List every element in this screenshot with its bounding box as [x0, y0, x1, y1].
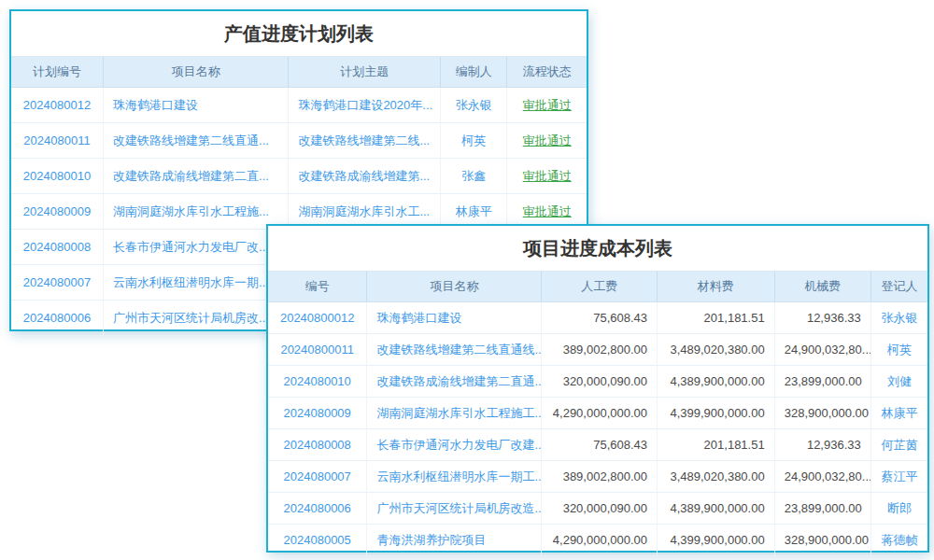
cost-table: 编号 项目名称 人工费 材料费 机械费 登记人 20240800012珠海鹤港口…	[268, 272, 927, 556]
cost-list-title: 项目进度成本列表	[268, 226, 927, 272]
table-row: 2024080008长春市伊通河水力发电厂改建...75,608.43201,1…	[268, 429, 927, 461]
col-header-flow-status: 流程状态	[507, 57, 587, 88]
plan-id-link[interactable]: 2024080006	[11, 301, 104, 336]
project-name-link[interactable]: 广州市天河区统计局机房改...	[104, 301, 289, 336]
table-row: 2024080006广州市天河区统计局机房改造...320,000,090.00…	[268, 493, 927, 525]
col-header-creator: 编制人	[441, 57, 507, 88]
material-cost-value: 3,489,020,380.00	[658, 461, 775, 493]
project-name-link[interactable]: 云南水利枢纽潜明水库一期工...	[367, 461, 542, 493]
project-name-link[interactable]: 广州市天河区统计局机房改造...	[367, 493, 542, 525]
registrant-link[interactable]: 断郎	[870, 493, 927, 525]
machinery-cost-value: 23,899,000.00	[774, 366, 870, 398]
machinery-cost-value: 328,900,000.00	[774, 525, 870, 556]
plan-subject-link[interactable]: 珠海鹤港口建设2020年...	[289, 88, 441, 123]
project-name-link[interactable]: 改建铁路线增建第二线直通线...	[367, 334, 542, 366]
cost-id-link[interactable]: 2024080009	[268, 398, 367, 429]
table-row: 20240800012珠海鹤港口建设75,608.43201,181.5112,…	[268, 302, 927, 334]
registrant-link[interactable]: 柯英	[870, 334, 927, 366]
labor-cost-value: 4,290,000,000.00	[542, 525, 658, 556]
cost-id-link[interactable]: 2024080005	[268, 525, 367, 556]
project-name-link[interactable]: 改建铁路成渝线增建第二直通...	[367, 366, 542, 398]
labor-cost-value: 4,290,000,000.00	[542, 398, 658, 429]
header-row: 计划编号 项目名称 计划主题 编制人 流程状态	[11, 57, 587, 88]
col-header-project-name: 项目名称	[104, 57, 289, 88]
labor-cost-value: 389,002,800.00	[542, 461, 658, 493]
plan-id-link[interactable]: 2024080011	[11, 123, 104, 159]
flow-status-link[interactable]: 审批通过	[507, 159, 587, 194]
plan-id-link[interactable]: 2024080012	[11, 88, 104, 123]
project-name-link[interactable]: 长春市伊通河水力发电厂改...	[104, 230, 289, 265]
table-row: 2024080011改建铁路线增建第二线直通...改建铁路线增建第二线...柯英…	[11, 123, 587, 159]
project-name-link[interactable]: 云南水利枢纽潜明水库一期...	[104, 265, 289, 301]
registrant-link[interactable]: 何芷茵	[870, 429, 927, 461]
cost-id-link[interactable]: 20240800012	[268, 302, 367, 334]
table-row: 2024080005青海洪湖养护院项目4,290,000,000.004,399…	[268, 525, 927, 556]
cost-id-link[interactable]: 2024080010	[268, 366, 367, 398]
registrant-link[interactable]: 蒋德帧	[870, 525, 927, 556]
plan-id-link[interactable]: 2024080010	[11, 159, 104, 194]
plan-id-link[interactable]: 2024080008	[11, 230, 104, 265]
machinery-cost-value: 23,899,000.00	[774, 493, 870, 525]
cost-id-link[interactable]: 2024080007	[268, 461, 367, 493]
cost-table-header: 编号 项目名称 人工费 材料费 机械费 登记人	[268, 272, 927, 302]
project-name-link[interactable]: 长春市伊通河水力发电厂改建...	[367, 429, 542, 461]
cost-id-link[interactable]: 2024080006	[268, 493, 367, 525]
creator-link[interactable]: 张永银	[441, 88, 507, 123]
project-name-link[interactable]: 湖南洞庭湖水库引水工程施工...	[367, 398, 542, 429]
material-cost-value: 4,399,900,000.00	[658, 525, 775, 556]
machinery-cost-value: 24,900,032,80...	[774, 461, 870, 493]
plan-id-link[interactable]: 2024080007	[11, 265, 104, 301]
project-name-link[interactable]: 改建铁路成渝线增建第二直...	[104, 159, 289, 194]
flow-status-link[interactable]: 审批通过	[507, 123, 587, 159]
registrant-link[interactable]: 刘健	[870, 366, 927, 398]
material-cost-value: 4,399,900,000.00	[658, 398, 775, 429]
registrant-link[interactable]: 张永银	[870, 302, 927, 334]
plan-subject-link[interactable]: 改建铁路线增建第二线...	[289, 123, 441, 159]
cost-id-link[interactable]: 20240800011	[268, 334, 367, 366]
labor-cost-value: 389,002,800.00	[542, 334, 658, 366]
col-header-plan-subject: 计划主题	[289, 57, 441, 88]
table-row: 20240800011改建铁路线增建第二线直通线...389,002,800.0…	[268, 334, 927, 366]
col-header-cost-id: 编号	[268, 272, 367, 302]
registrant-link[interactable]: 林康平	[870, 398, 927, 429]
labor-cost-value: 320,000,090.00	[542, 493, 658, 525]
col-header-project-name: 项目名称	[367, 272, 542, 302]
plan-table-header: 计划编号 项目名称 计划主题 编制人 流程状态	[11, 57, 587, 88]
table-row: 2024080012珠海鹤港口建设珠海鹤港口建设2020年...张永银审批通过	[11, 88, 587, 123]
header-row: 编号 项目名称 人工费 材料费 机械费 登记人	[268, 272, 927, 302]
table-row: 2024080007云南水利枢纽潜明水库一期工...389,002,800.00…	[268, 461, 927, 493]
col-header-registrant: 登记人	[870, 272, 927, 302]
project-name-link[interactable]: 湖南洞庭湖水库引水工程施...	[104, 194, 289, 230]
col-header-machinery-cost: 机械费	[774, 272, 870, 302]
cost-list-window: 项目进度成本列表 编号 项目名称 人工费 材料费 机械费 登记人 2024080…	[266, 224, 929, 553]
creator-link[interactable]: 张鑫	[441, 159, 507, 194]
labor-cost-value: 320,000,090.00	[542, 366, 658, 398]
cost-table-body: 20240800012珠海鹤港口建设75,608.43201,181.5112,…	[268, 302, 927, 556]
table-row: 2024080010改建铁路成渝线增建第二直...改建铁路成渝线增建第...张鑫…	[11, 159, 587, 194]
plan-id-link[interactable]: 2024080009	[11, 194, 104, 230]
plan-subject-link[interactable]: 改建铁路成渝线增建第...	[289, 159, 441, 194]
table-row: 2024080009湖南洞庭湖水库引水工程施工...4,290,000,000.…	[268, 398, 927, 429]
material-cost-value: 201,181.51	[658, 302, 775, 334]
material-cost-value: 4,389,900,000.00	[658, 366, 775, 398]
project-name-link[interactable]: 改建铁路线增建第二线直通...	[104, 123, 289, 159]
creator-link[interactable]: 柯英	[441, 123, 507, 159]
col-header-labor-cost: 人工费	[542, 272, 658, 302]
project-name-link[interactable]: 珠海鹤港口建设	[104, 88, 289, 123]
col-header-plan-id: 计划编号	[11, 57, 104, 88]
material-cost-value: 201,181.51	[658, 429, 775, 461]
machinery-cost-value: 328,900,000.00	[774, 398, 870, 429]
machinery-cost-value: 12,936.33	[774, 302, 870, 334]
project-name-link[interactable]: 青海洪湖养护院项目	[367, 525, 542, 556]
material-cost-value: 4,389,900,000.00	[658, 493, 775, 525]
project-name-link[interactable]: 珠海鹤港口建设	[367, 302, 542, 334]
material-cost-value: 3,489,020,380.00	[658, 334, 775, 366]
registrant-link[interactable]: 蔡江平	[870, 461, 927, 493]
col-header-material-cost: 材料费	[658, 272, 775, 302]
labor-cost-value: 75,608.43	[542, 302, 658, 334]
table-row: 2024080010改建铁路成渝线增建第二直通...320,000,090.00…	[268, 366, 927, 398]
flow-status-link[interactable]: 审批通过	[507, 88, 587, 123]
machinery-cost-value: 12,936.33	[774, 429, 870, 461]
plan-list-title: 产值进度计划列表	[11, 11, 587, 57]
cost-id-link[interactable]: 2024080008	[268, 429, 367, 461]
